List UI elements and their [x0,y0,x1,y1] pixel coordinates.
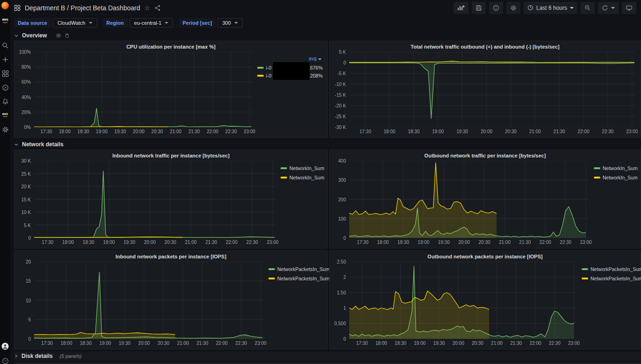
apps-grid-icon[interactable] [14,5,21,11]
grafana-logo-icon [1,2,9,9]
x-tick-label: 17:30 [356,341,368,346]
x-tick-label: 20:30 [505,129,517,134]
x-tick-label: 22:00 [207,129,218,134]
x-tick-label: 20:00 [144,240,156,245]
sidebar-item-dashboards[interactable] [1,70,9,77]
panel-title[interactable]: Inbound network traffic per instance [by… [14,150,327,160]
dashboard-settings-button[interactable] [506,2,520,14]
sidebar-item-aws-plugin[interactable]: aws [1,111,9,119]
sidebar-item-explore[interactable] [1,84,9,91]
chart-canvas[interactable] [34,161,276,238]
star-icon[interactable]: ☆ [144,5,151,11]
y-axis: 0100200300400 [331,161,349,238]
y-tick-label: 30 K [21,158,31,164]
clock-icon [527,5,533,11]
sidebar-item-help[interactable]: ? [1,357,9,364]
x-tick-label: 22:00 [540,240,551,245]
row-delete-trash-icon[interactable] [65,33,70,38]
row-settings-gear-icon[interactable] [56,33,61,38]
y-axis: 05 K10 K15 K20 K25 K30 K [16,161,34,238]
save-icon [475,5,482,11]
x-axis: 17:3018:0018:3019:0019:3020:0020:3021:00… [349,127,636,136]
variable-label: Period [sec] [179,18,216,28]
row-header-network-details[interactable]: Network details [14,140,641,149]
panel-outbound-network-packets: Outbound network packets per instance [I… [329,250,641,350]
legend-item[interactable]: NetworkPacketsIn_Sum [268,266,323,272]
dashboards-grid-icon [2,70,9,77]
legend: NetworkPacketsIn_SumNetworkPacketsIn_Sum [264,262,323,347]
legend-item[interactable]: NetworkIn_Sum [594,175,636,180]
x-tick-label: 19:30 [119,341,130,346]
panel-info-button[interactable] [489,2,503,14]
zoom-out-button[interactable] [581,2,595,14]
panel-title[interactable]: Outbound network packets per instance [I… [330,251,641,261]
legend-item[interactable]: NetworkIn_Sum [281,175,323,180]
x-tick-label: 22:30 [549,341,561,346]
sidebar-item-configuration[interactable] [1,126,9,133]
row-header-overview[interactable]: Overview [14,31,641,40]
sidebar-item-aws[interactable]: aws [1,17,9,24]
x-tick-label: 19:00 [100,341,111,346]
chevron-down-icon [165,22,168,24]
x-tick-label: 19:30 [123,240,135,245]
chart-canvas[interactable] [349,52,636,127]
legend-item[interactable]: NetworkPacketsIn_Sum [582,276,636,281]
chart-canvas[interactable] [34,262,264,339]
refresh-interval-chevron-icon[interactable] [611,7,615,9]
legend-item[interactable]: NetworkPacketsIn_Sum [582,266,636,272]
row-title: Disk details [22,353,53,359]
y-tick-label: 2.50 [337,259,346,264]
panel-title[interactable]: CPU utilization per instance [max %] [14,41,327,51]
sidebar-item-search[interactable] [1,42,9,49]
series-color-swatch [582,278,588,279]
legend-sort-avg[interactable]: avg [257,56,323,61]
aws-plugin-icon: aws [1,111,9,119]
legend-item[interactable]: NetworkPacketsIn_Sum [268,276,323,281]
legend-item[interactable]: NetworkIn_Sum [281,165,323,171]
region-select[interactable]: eu-central-1 [130,18,173,28]
row-header-disk-details[interactable]: Disk details (5 panels) [14,351,641,361]
legend-item[interactable]: NetworkIn_Sum [594,165,636,171]
x-tick-label: 17:30 [357,240,368,245]
period-select[interactable]: 300 [217,18,242,28]
variable-label: Data source [14,18,51,28]
x-tick-label: 21:00 [491,341,503,346]
cycle-view-button[interactable] [622,2,636,14]
x-tick-label: 22:30 [560,240,571,245]
time-range-picker[interactable]: Last 6 hours [524,2,577,14]
series-color-swatch [582,268,588,270]
refresh-button[interactable] [598,2,619,14]
zoom-out-icon [584,5,591,11]
grafana-logo[interactable] [1,2,9,9]
y-tick-label: 0 [343,336,346,342]
y-tick-label: 2 [343,275,346,280]
x-tick-label: 19:30 [433,341,445,346]
x-tick-label: 20:00 [458,240,470,245]
user-avatar[interactable] [1,343,9,350]
x-axis: 17:3018:0018:3019:0019:3020:0020:3021:00… [34,339,264,347]
datasource-select[interactable]: CloudWatch [53,18,97,28]
chart-canvas[interactable] [349,161,589,238]
panel-total-network-traffic: Total network traffic outbound (+) and i… [329,41,641,138]
chart-canvas[interactable] [34,52,252,127]
x-tick-label: 18:00 [60,341,72,346]
sidebar-item-alerting[interactable] [1,98,9,105]
chevron-down-icon [570,7,574,9]
panel-title[interactable]: Inbound network packets per instance [IO… [14,251,327,261]
sidebar-item-create[interactable] [1,56,9,63]
y-tick-label: 40% [22,94,31,100]
panel-title[interactable]: Total network traffic outbound (+) and i… [330,41,641,51]
share-icon[interactable] [154,5,161,11]
page-title[interactable]: Department B / Project Beta Dashboard [25,4,140,12]
x-tick-label: 19:30 [115,129,126,134]
x-tick-label: 23:00 [568,341,580,346]
add-panel-icon [457,4,465,11]
save-dashboard-button[interactable] [472,2,486,14]
panel-title[interactable]: Outbound network traffic per instance [b… [330,150,641,160]
add-panel-button[interactable] [454,2,468,14]
chart-canvas[interactable] [349,262,577,339]
x-tick-label: 18:30 [80,341,92,346]
svg-text:aws: aws [2,112,8,115]
series-name: NetworkPacketsIn_Sum [591,276,641,281]
y-tick-label: -15 K [335,93,346,98]
